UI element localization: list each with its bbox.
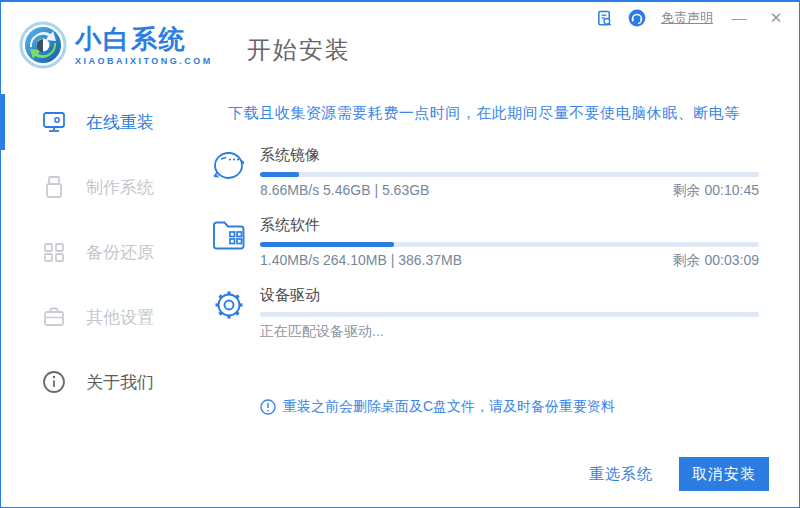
task-remaining-time: 剩余 00:03:09: [673, 252, 759, 270]
exclamation-circle-icon: [260, 399, 276, 415]
brand-domain: XIAOBAIXITONG.COM: [75, 56, 213, 66]
task-row-system-software: 系统软件 1.40MB/s 264.10MB | 386.37MB 剩余 00:…: [209, 215, 759, 270]
task-name: 设备驱动: [260, 286, 759, 305]
usb-icon: [41, 174, 67, 200]
task-row-system-image: 系统镜像 8.66MB/s 5.46GB | 5.63GB 剩余 00:10:4…: [209, 145, 759, 200]
progress-bar-fill: [260, 242, 394, 247]
sidebar-item-label: 制作系统: [86, 176, 154, 199]
customer-service-icon[interactable]: [628, 9, 646, 27]
task-remaining-time: 剩余 00:10:45: [673, 182, 759, 200]
minimize-button[interactable]: —: [728, 9, 750, 27]
download-warning-text: 下载且收集资源需要耗费一点时间，在此期间尽量不要使电脑休眠、断电等: [209, 104, 759, 123]
sidebar-item-label: 关于我们: [86, 371, 154, 394]
disclaimer-doc-icon[interactable]: [595, 9, 613, 27]
page-title: 开始安装: [247, 34, 351, 66]
task-name: 系统软件: [260, 216, 759, 235]
titlebar-controls: 免责声明 — ✕: [595, 9, 787, 27]
reselect-system-button[interactable]: 重选系统: [589, 465, 653, 484]
sidebar-item-make-system[interactable]: 制作系统: [1, 167, 201, 207]
task-speed-size: 8.66MB/s 5.46GB | 5.63GB: [260, 182, 429, 200]
backup-notice: 重装之前会删除桌面及C盘文件，请及时备份重要资料: [260, 398, 759, 416]
progress-bar-fill: [260, 172, 299, 177]
info-icon: [41, 369, 67, 395]
sidebar-item-label: 其他设置: [86, 306, 154, 329]
sidebar-item-online-reinstall[interactable]: 在线重装: [1, 102, 201, 142]
sidebar: 在线重装 制作系统 备份还原: [1, 90, 201, 507]
app-logo-icon: [19, 21, 67, 69]
mascot-face-icon: [209, 145, 249, 185]
progress-bar: [260, 312, 759, 317]
sidebar-item-about-us[interactable]: 关于我们: [1, 362, 201, 402]
window-body: 在线重装 制作系统 备份还原: [1, 90, 799, 507]
backup-notice-text: 重装之前会删除桌面及C盘文件，请及时备份重要资料: [283, 398, 615, 416]
sidebar-item-other-settings[interactable]: 其他设置: [1, 297, 201, 337]
task-status-text: 正在匹配设备驱动...: [260, 323, 759, 341]
folder-apps-icon: [209, 215, 249, 255]
task-name: 系统镜像: [260, 146, 759, 165]
main-content: 下载且收集资源需要耗费一点时间，在此期间尽量不要使电脑休眠、断电等 系统镜像: [201, 90, 799, 507]
backup-blocks-icon: [41, 239, 67, 265]
footer-actions: 重选系统 取消安装: [589, 457, 769, 491]
brand-name: 小白系统: [75, 25, 213, 53]
close-button[interactable]: ✕: [765, 9, 787, 27]
sidebar-item-backup-restore[interactable]: 备份还原: [1, 232, 201, 272]
disclaimer-link[interactable]: 免责声明: [661, 9, 713, 27]
gear-icon: [209, 285, 249, 325]
task-speed-size: 1.40MB/s 264.10MB | 386.37MB: [260, 252, 462, 270]
progress-bar: [260, 242, 759, 247]
app-window: 小白系统 XIAOBAIXITONG.COM 开始安装 免责声明: [0, 0, 800, 508]
cancel-install-button[interactable]: 取消安装: [679, 457, 769, 491]
monitor-icon: [41, 109, 67, 135]
sidebar-item-label: 备份还原: [86, 241, 154, 264]
sidebar-item-label: 在线重装: [86, 111, 154, 134]
brand-block: 小白系统 XIAOBAIXITONG.COM: [75, 25, 213, 66]
task-row-device-driver: 设备驱动 正在匹配设备驱动...: [209, 285, 759, 341]
briefcase-icon: [41, 304, 67, 330]
progress-bar: [260, 172, 759, 177]
